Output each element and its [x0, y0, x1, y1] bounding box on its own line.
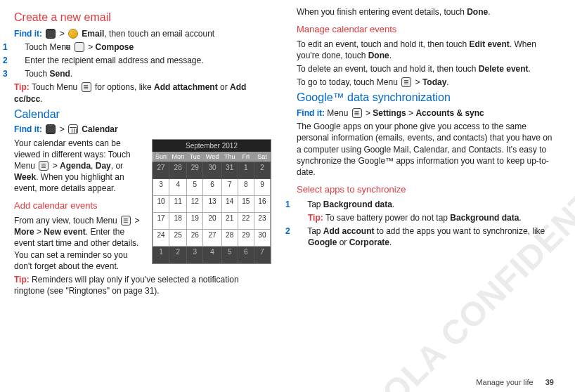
- cal-cell: 18: [169, 213, 187, 230]
- menu-icon: [352, 108, 362, 118]
- step-2: 2 Enter the recipient email address and …: [14, 55, 271, 66]
- accounts-sync-label: Accounts & sync: [415, 108, 484, 118]
- sep: >: [132, 216, 139, 226]
- tip-label: Tip:: [14, 275, 30, 285]
- cal-cell: 28: [169, 162, 187, 179]
- heading-google-sync: Google™ data synchronization: [297, 90, 554, 105]
- text: To edit an event, touch and hold it, the…: [297, 39, 470, 49]
- period: .: [446, 77, 448, 87]
- find-it-sync: Find it: Menu > Settings > Accounts & sy…: [297, 107, 554, 119]
- step-num: 2: [14, 55, 22, 66]
- new-event-label: New event: [44, 227, 85, 237]
- cal-cell: 6: [203, 179, 221, 196]
- calendar-icon: [68, 124, 78, 134]
- step-num: 2: [297, 226, 305, 237]
- background-data-label: Background data: [323, 200, 392, 209]
- step-3: 3 Touch Send.: [14, 68, 271, 79]
- menu-icon: [39, 161, 49, 171]
- add-attachment-label: Add attachment: [154, 82, 218, 92]
- cal-cell: 22: [238, 213, 254, 230]
- day-head: Thu: [221, 152, 238, 162]
- day-head: Tue: [187, 152, 203, 162]
- tip-battery: Tip: To save battery power do not tap Ba…: [297, 212, 554, 223]
- text: to add the apps you want to synchronize,…: [374, 226, 545, 236]
- cal-cell: 7: [221, 179, 238, 196]
- find-it-label: Find it:: [14, 29, 42, 39]
- send-label: Send: [49, 69, 70, 79]
- apps-icon: [46, 124, 56, 134]
- tip-reminders: Tip: Reminders will play only if you've …: [14, 274, 271, 296]
- cal-cell: 1: [238, 162, 254, 179]
- period: .: [70, 69, 72, 79]
- today-label: Today: [422, 77, 446, 87]
- cal-cell: 4: [203, 247, 221, 263]
- sep: >: [413, 77, 422, 87]
- cal-cell: 19: [187, 213, 203, 230]
- period: .: [529, 64, 531, 74]
- two-column-layout: Create a new email Find it: > Email, the…: [14, 4, 554, 299]
- text: Tap: [307, 200, 323, 209]
- cal-cell: 31: [221, 162, 238, 179]
- find-it-line: Find it: > Email, then touch an email ac…: [14, 28, 271, 39]
- right-column: When you finish entering event details, …: [297, 4, 554, 299]
- page-number: 39: [545, 378, 554, 386]
- corporate-label: Corporate: [349, 237, 389, 247]
- cal-cell: 27: [203, 230, 221, 247]
- day-head: Fri: [238, 152, 254, 162]
- cal-cell: 21: [221, 213, 238, 230]
- tip-text: for options, like: [93, 82, 154, 92]
- day-head: Mon: [169, 152, 187, 162]
- page-footer: Manage your life 39: [476, 377, 554, 388]
- today-line: To go to today, touch Menu > Today.: [297, 77, 554, 88]
- period: .: [40, 94, 42, 104]
- settings-label: Settings: [373, 108, 406, 118]
- sep: >: [50, 161, 60, 171]
- cal-cell: 2: [254, 162, 270, 179]
- google-label: Google: [308, 237, 337, 247]
- cal-cell: 9: [254, 179, 270, 196]
- period: .: [488, 7, 490, 17]
- sync-desc: The Google apps on your phone give you a…: [297, 121, 554, 178]
- menu-icon: [82, 82, 91, 92]
- step-text: Enter the recipient email address and me…: [25, 55, 203, 65]
- menu-icon: [121, 216, 131, 226]
- day-head: Sat: [254, 152, 270, 162]
- cal-cell: 25: [169, 230, 187, 247]
- tip-label: Tip:: [308, 213, 323, 223]
- cal-cell: 1: [153, 247, 169, 263]
- cal-cell: 12: [187, 196, 203, 213]
- step-num: 3: [14, 68, 22, 79]
- compose-label: Compose: [96, 42, 134, 52]
- calendar-widget: September 2012 Sun Mon Tue Wed Thu Fri S…: [152, 139, 271, 265]
- tip-text: Reminders will play only if you've selec…: [14, 275, 239, 296]
- delete-event-line: To delete an event, touch and hold it, t…: [297, 63, 554, 74]
- edit-event-line: To edit an event, touch and hold it, the…: [297, 39, 554, 61]
- sep: >: [34, 227, 44, 237]
- tip-attachment: Tip: Touch Menu for options, like Add at…: [14, 81, 271, 104]
- menu-icon: [75, 42, 84, 52]
- calendar-label: Calendar: [82, 124, 117, 134]
- sep: >: [60, 29, 67, 39]
- day-label: Day: [96, 161, 111, 171]
- step-text: Touch: [25, 69, 49, 79]
- cal-cell: 24: [153, 230, 169, 247]
- cal-cell: 5: [187, 179, 203, 196]
- text: From any view, touch Menu: [14, 216, 119, 226]
- cal-cell: 6: [238, 247, 254, 263]
- sep: >: [86, 42, 96, 52]
- text: To delete an event, touch and hold it, t…: [297, 64, 479, 74]
- day-head: Wed: [203, 152, 221, 162]
- period: .: [392, 200, 394, 209]
- email-icon: [68, 29, 78, 39]
- cal-cell: 20: [203, 213, 221, 230]
- cal-cell: 29: [238, 230, 254, 247]
- step-1: 1 Touch Menu > Compose: [14, 41, 271, 53]
- sep: >: [60, 124, 67, 134]
- apps-icon: [46, 29, 56, 39]
- done-label: Done: [467, 7, 488, 17]
- period: .: [389, 237, 392, 247]
- done-label: Done: [368, 51, 389, 60]
- text: To go to today, touch Menu: [297, 77, 400, 87]
- text: When you finish entering event details, …: [297, 7, 467, 17]
- background-data-label: Background data: [450, 213, 519, 223]
